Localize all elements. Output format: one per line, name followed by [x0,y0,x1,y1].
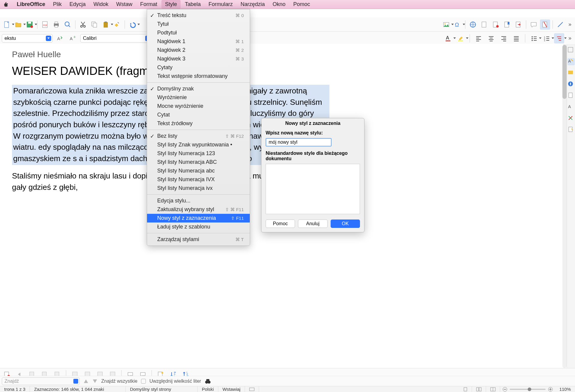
style-menu-item[interactable]: Cytat [147,111,250,119]
status-insert-mode[interactable]: Wstawiaj [218,386,245,392]
menu-file[interactable]: Plik [49,0,65,9]
find-input[interactable]: Znajdź [2,377,80,385]
insert-special-char-button[interactable]: Ω [453,19,463,30]
new-doc-button[interactable] [2,19,12,30]
bullet-list-button[interactable] [529,33,539,43]
menu-window[interactable]: Okno [269,0,289,9]
style-menu-item[interactable]: Domyślny znak [147,84,250,93]
style-menu-item[interactable]: Nagłówek 1⌘ 1 [147,37,250,46]
menu-tools[interactable]: Narzędzia [237,0,268,9]
style-menu-item[interactable]: Tytuł [147,20,250,28]
export-pdf-button[interactable]: PDF [40,19,50,30]
style-menu-item[interactable]: Styl listy Numeracja ABC [147,158,250,167]
insert-endnote-button[interactable] [491,19,501,30]
style-name-input[interactable] [266,138,332,146]
sidebar-gallery-icon[interactable] [568,69,575,77]
menu-format[interactable]: Format [137,0,161,9]
font-color-button[interactable]: A [443,33,453,43]
hyperlink-button[interactable] [468,19,478,30]
fmtbar-overflow-icon[interactable]: » [567,35,573,41]
line-button[interactable] [555,19,565,30]
align-left-button[interactable] [473,33,484,43]
track-changes-button[interactable] [540,19,550,30]
style-menu-item[interactable]: Styl listy Numeracja IVX [147,175,250,184]
print-button[interactable] [51,19,61,30]
menu-style[interactable]: Style [161,0,181,9]
style-menu-item[interactable]: Styl listy Numeracja ivx [147,184,250,193]
style-menu-item[interactable]: Mocne wyróżnienie [147,102,250,111]
match-case-checkbox[interactable] [141,379,146,384]
insert-cross-ref-button[interactable] [513,19,523,30]
scrollbar-thumb[interactable] [562,45,567,99]
menu-view[interactable]: Widok [90,0,112,9]
print-preview-button[interactable] [63,19,73,30]
zoom-in-icon[interactable] [548,387,553,392]
style-menu-item[interactable]: Treść tekstu⌘ 0 [147,11,250,20]
status-selection-mode[interactable] [245,386,259,392]
align-center-button[interactable] [486,33,496,43]
custom-styles-listbox[interactable] [266,164,360,214]
menu-edit[interactable]: Edycja [66,0,89,9]
undo-button[interactable] [127,19,137,30]
style-menu-item[interactable]: Wyróżnienie [147,93,250,102]
outline-button[interactable] [554,33,564,43]
sidebar-styles-icon[interactable]: A [568,58,575,65]
status-zoom-value[interactable]: 110% [555,386,575,392]
style-menu-item[interactable]: Styl listy Numeracja abc [147,167,250,175]
menu-table[interactable]: Tabela [181,0,204,9]
style-menu-item[interactable]: Cytaty [147,63,250,72]
style-menu-item[interactable]: Tekst wstępnie sformatowany [147,72,250,81]
zoom-slider-knob[interactable] [528,388,531,391]
new-style-button[interactable]: A+ [68,33,78,43]
align-justify-button[interactable] [511,33,521,43]
status-page[interactable]: trona 1 z 3 [0,386,30,392]
status-page-style[interactable]: Domyślny styl strony [126,386,198,392]
style-menu-item[interactable]: Nagłówek 3⌘ 3 [147,55,250,63]
vertical-scrollbar[interactable] [562,45,567,368]
menu-app[interactable]: LibreOffice [13,0,49,9]
find-prev-icon[interactable] [83,379,89,384]
insert-comment-button[interactable] [529,19,539,30]
find-next-icon[interactable] [92,379,98,384]
sidebar-navigator-icon[interactable] [568,81,575,88]
status-view-multi[interactable] [472,386,486,392]
status-view-single[interactable] [459,386,472,392]
save-button[interactable] [25,19,35,30]
status-view-book[interactable] [486,386,500,392]
binoculars-icon[interactable] [205,378,211,385]
style-menu-item[interactable]: Tekst źródłowy [147,119,250,128]
find-all-button[interactable]: Znajdź wszystkie [101,379,137,384]
status-selection[interactable]: Zaznaczono: 146 słów, 1 044 znaki [30,386,126,392]
menu-form[interactable]: Formularz [205,0,236,9]
menu-help[interactable]: Pomoc [290,0,314,9]
align-right-button[interactable] [499,33,509,43]
toolbar-overflow-icon[interactable]: » [567,21,573,28]
update-style-button[interactable]: A [55,33,65,43]
insert-bookmark-button[interactable] [502,19,512,30]
style-menu-item[interactable]: Styl listy Numeracja 123 [147,149,250,158]
paste-button[interactable] [101,19,111,30]
zoom-slider[interactable] [510,389,546,390]
style-menu-item[interactable]: Ładuj style z szablonu [147,223,250,231]
open-button[interactable] [13,19,23,30]
clone-formatting-button[interactable] [112,19,122,30]
font-name-combo[interactable]: Calibri [80,34,152,43]
highlight-color-button[interactable] [456,33,466,43]
insert-image-button[interactable] [441,19,451,30]
style-menu-item[interactable]: Podtytuł [147,28,250,37]
cancel-button[interactable]: Anuluj [298,220,327,228]
cut-button[interactable] [78,19,88,30]
sidebar-page-icon[interactable] [568,92,575,99]
ok-button[interactable]: OK [331,220,360,228]
zoom-out-icon[interactable] [503,387,507,392]
insert-footnote-button[interactable] [479,19,489,30]
help-button[interactable]: Pomoc [266,220,295,228]
sidebar-accessibility-icon[interactable] [568,126,575,134]
style-menu-item[interactable]: Zaktualizuj wybrany styl⇧ ⌘ F11 [147,205,250,214]
style-menu-item[interactable]: Nagłówek 2⌘ 2 [147,46,250,55]
menu-insert[interactable]: Wstaw [113,0,136,9]
sidebar-properties-icon[interactable] [568,47,575,54]
sidebar-manage-changes-icon[interactable] [568,115,575,122]
sidebar-style-inspector-icon[interactable]: A [568,104,575,111]
style-menu-item[interactable]: Styl listy Znak wypunktowania • [147,140,250,149]
